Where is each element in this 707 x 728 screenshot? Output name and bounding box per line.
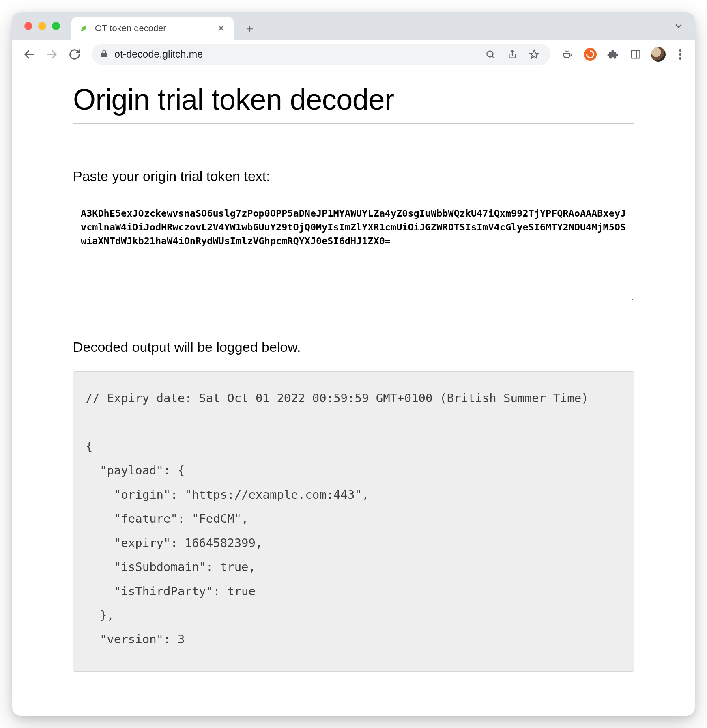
svg-rect-5 <box>632 50 640 58</box>
lock-icon <box>100 49 109 60</box>
decoded-output: // Expiry date: Sat Oct 01 2022 00:59:59… <box>73 371 634 672</box>
share-icon[interactable] <box>504 46 520 62</box>
forward-button[interactable] <box>42 45 62 64</box>
tab-favicon-icon <box>79 23 89 34</box>
token-input[interactable] <box>73 200 634 301</box>
page-title: Origin trial token decoder <box>73 83 634 116</box>
profile-avatar[interactable] <box>650 46 666 62</box>
svg-marker-4 <box>530 50 539 58</box>
output-label: Decoded output will be logged below. <box>73 339 634 355</box>
window-maximize-button[interactable] <box>52 22 60 30</box>
svg-point-2 <box>487 51 493 57</box>
page-viewport: Origin trial token decoder Paste your or… <box>12 69 695 716</box>
tab-close-button[interactable]: ✕ <box>216 23 226 34</box>
search-icon[interactable] <box>482 46 499 62</box>
tab-strip: OT token decoder ✕ ＋ <box>12 12 695 40</box>
browser-tab[interactable]: OT token decoder ✕ <box>71 17 234 40</box>
window-close-button[interactable] <box>24 22 32 30</box>
orange-extension-icon[interactable] <box>582 46 598 62</box>
chrome-menu-button[interactable] <box>673 49 688 60</box>
tab-search-button[interactable] <box>673 20 684 33</box>
extensions-puzzle-icon[interactable] <box>605 46 621 62</box>
divider <box>73 123 634 124</box>
reload-button[interactable] <box>65 45 84 64</box>
extensions-row <box>556 46 688 62</box>
coffee-extension-icon[interactable] <box>559 46 576 62</box>
back-button[interactable] <box>19 45 39 64</box>
paste-token-label: Paste your origin trial token text: <box>73 168 634 184</box>
svg-line-3 <box>492 56 494 58</box>
toolbar: ot-decode.glitch.me <box>12 40 695 69</box>
window-minimize-button[interactable] <box>38 22 46 30</box>
new-tab-button[interactable]: ＋ <box>241 19 259 37</box>
address-bar[interactable]: ot-decode.glitch.me <box>92 44 550 65</box>
side-panel-icon[interactable] <box>627 46 644 62</box>
tab-title: OT token decoder <box>95 23 210 34</box>
bookmark-icon[interactable] <box>526 46 542 62</box>
url-text: ot-decode.glitch.me <box>114 48 477 60</box>
browser-window: OT token decoder ✕ ＋ ot-de <box>12 12 695 716</box>
window-controls <box>18 12 71 40</box>
